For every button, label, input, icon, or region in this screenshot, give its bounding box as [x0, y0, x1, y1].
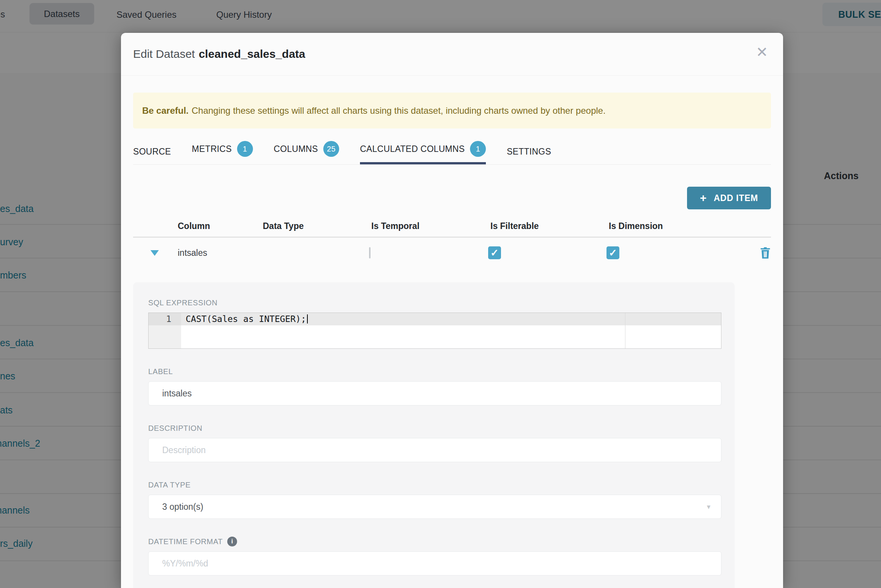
tab-metrics[interactable]: METRICS 1	[192, 141, 253, 164]
info-icon[interactable]: i	[227, 537, 237, 546]
metrics-count-badge: 1	[237, 141, 253, 157]
description-field-label: DESCRIPTION	[148, 424, 721, 433]
tab-label: COLUMNS	[274, 144, 318, 154]
calculated-column-detail-panel: SQL EXPRESSION 1 CAST(Sales as INTEGER);…	[133, 282, 735, 588]
is-temporal-checkbox[interactable]	[369, 247, 371, 258]
close-icon[interactable]: ✕	[756, 45, 768, 59]
tab-calculated-columns[interactable]: CALCULATED COLUMNS 1	[360, 141, 486, 164]
modal-header: Edit Datasetcleaned_sales_data ✕	[121, 33, 783, 76]
delete-trash-icon[interactable]	[760, 247, 771, 259]
datetime-format-group: DATETIME FORMAT i	[148, 537, 721, 576]
data-type-group: DATA TYPE ▼	[148, 480, 721, 519]
datetime-format-label: DATETIME FORMAT i	[148, 537, 721, 546]
data-type-value[interactable]	[148, 495, 721, 519]
tab-source[interactable]: SOURCE	[133, 147, 171, 164]
tab-settings[interactable]: SETTINGS	[507, 147, 551, 164]
tab-label: SOURCE	[133, 147, 171, 157]
tab-label: CALCULATED COLUMNS	[360, 144, 465, 154]
collapse-caret-icon[interactable]	[150, 250, 159, 256]
description-input[interactable]	[148, 438, 721, 462]
column-name: intsales	[178, 248, 263, 258]
tab-label: METRICS	[192, 144, 232, 154]
warning-banner: Be careful. Changing these settings will…	[133, 93, 771, 128]
label-input[interactable]	[148, 381, 721, 405]
sql-code-text: CAST(Sales as INTEGER);	[186, 314, 306, 324]
label-field-label: LABEL	[148, 367, 721, 376]
modal-tabs: SOURCE METRICS 1 COLUMNS 25 CALCULATED C…	[133, 144, 771, 165]
plus-icon: +	[700, 192, 707, 204]
editor-print-margin	[625, 313, 625, 348]
modal-title: Edit Datasetcleaned_sales_data	[133, 48, 305, 60]
data-type-header: Data Type	[263, 221, 371, 231]
modal-body: Be careful. Changing these settings will…	[121, 93, 783, 588]
calculated-columns-header-row: Column Data Type Is Temporal Is Filterab…	[133, 215, 771, 237]
calculated-columns-count-badge: 1	[470, 141, 486, 157]
editor-line-number: 1	[149, 313, 171, 325]
tab-label: SETTINGS	[507, 147, 551, 157]
sql-code-line: CAST(Sales as INTEGER);	[186, 313, 308, 325]
sql-code-editor[interactable]: 1 CAST(Sales as INTEGER);	[148, 313, 721, 349]
add-item-label: ADD ITEM	[713, 193, 758, 203]
text-cursor	[307, 314, 308, 323]
warning-bold: Be careful.	[142, 105, 189, 116]
add-item-button[interactable]: + ADD ITEM	[687, 187, 771, 209]
modal-title-prefix: Edit Dataset	[133, 48, 195, 60]
datetime-format-input[interactable]	[148, 551, 721, 576]
is-temporal-header: Is Temporal	[371, 221, 490, 231]
calculated-columns-toolbar: + ADD ITEM	[133, 187, 771, 209]
calculated-column-row: intsales ✓ ✓	[133, 238, 771, 268]
datetime-format-label-text: DATETIME FORMAT	[148, 537, 223, 546]
edit-dataset-modal: Edit Datasetcleaned_sales_data ✕ Be care…	[121, 33, 783, 588]
sql-expression-label: SQL EXPRESSION	[148, 298, 721, 307]
is-filterable-checkbox[interactable]: ✓	[488, 246, 501, 259]
column-header: Column	[178, 221, 263, 231]
dataset-name: cleaned_sales_data	[199, 48, 305, 60]
columns-count-badge: 25	[323, 141, 339, 157]
is-filterable-header: Is Filterable	[490, 221, 609, 231]
sql-expression-group: SQL EXPRESSION 1 CAST(Sales as INTEGER);	[148, 298, 721, 349]
description-group: DESCRIPTION	[148, 424, 721, 462]
is-dimension-header: Is Dimension	[609, 221, 718, 231]
data-type-select[interactable]: ▼	[148, 495, 721, 519]
warning-text: Changing these settings will affect all …	[192, 105, 606, 116]
data-type-field-label: DATA TYPE	[148, 480, 721, 489]
is-dimension-checkbox[interactable]: ✓	[606, 246, 619, 259]
tab-columns[interactable]: COLUMNS 25	[274, 141, 339, 164]
label-group: LABEL	[148, 367, 721, 405]
